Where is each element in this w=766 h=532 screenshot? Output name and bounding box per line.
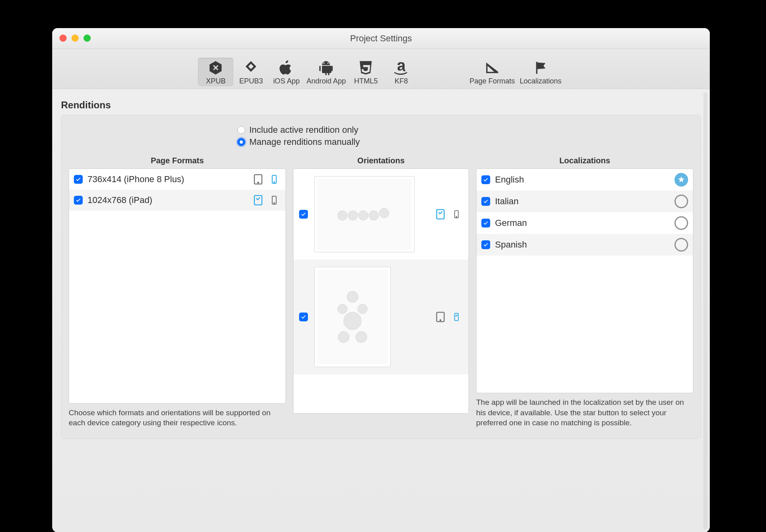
toolbar: ✕ XPUB EPUB3 iOS App Android A	[52, 49, 710, 89]
apple-icon	[278, 59, 295, 76]
landscape-thumb	[314, 176, 415, 252]
close-window-button[interactable]	[59, 35, 67, 42]
flag-icon	[532, 59, 549, 76]
settings-window: Project Settings ✕ XPUB EPUB3 iOS App	[52, 28, 710, 532]
phone-icon[interactable]	[450, 208, 463, 221]
checkbox[interactable]	[299, 313, 308, 321]
page-formats-list: 736x414 (iPhone 8 Plus) 1024x768 (iPad)	[69, 169, 286, 404]
phone-icon[interactable]	[268, 173, 281, 186]
svg-point-9	[274, 203, 275, 203]
toolbar-label: iOS App	[273, 77, 299, 85]
primary-star-button[interactable]	[674, 195, 688, 208]
page-format-label: 736x414 (iPhone 8 Plus)	[88, 174, 184, 185]
localization-label: German	[495, 218, 527, 228]
toolbar-tab-html5[interactable]: HTML5	[348, 58, 383, 86]
svg-point-18	[347, 291, 358, 303]
rendition-mode-radios: Include active rendition only Manage ren…	[237, 125, 693, 147]
svg-point-21	[344, 312, 361, 330]
toolbar-label: Page Formats	[469, 77, 515, 85]
localizations-header: Localizations	[476, 156, 693, 165]
svg-point-22	[338, 331, 349, 343]
toolbar-tab-epub3[interactable]: EPUB3	[233, 58, 269, 86]
orientation-row-landscape[interactable]	[293, 169, 469, 260]
svg-text:✕: ✕	[212, 63, 219, 72]
localizations-help: The app will be launched in the localiza…	[476, 397, 693, 428]
window-controls	[59, 35, 91, 42]
primary-star-button[interactable]	[674, 173, 688, 187]
page-format-label: 1024x768 (iPad)	[88, 195, 152, 205]
android-icon	[318, 59, 334, 76]
svg-rect-7	[255, 195, 262, 205]
svg-point-17	[456, 217, 457, 217]
page-formats-header: Page Formats	[69, 156, 286, 165]
toolbar-label: Android App	[306, 77, 346, 85]
svg-point-4	[258, 182, 259, 183]
phone-icon[interactable]	[268, 194, 281, 207]
toolbar-label: EPUB3	[239, 77, 263, 85]
checkbox[interactable]	[481, 197, 490, 206]
svg-point-1	[324, 63, 325, 64]
toolbar-tab-localizations[interactable]: Localizations	[517, 58, 564, 86]
page-format-row[interactable]: 736x414 (iPhone 8 Plus)	[69, 169, 285, 190]
toolbar-label: HTML5	[354, 77, 378, 85]
toolbar-tab-android[interactable]: Android App	[304, 58, 348, 86]
toolbar-tab-kf8[interactable]: KF8	[383, 58, 419, 86]
radio-label: Manage renditions manually	[249, 137, 360, 147]
toolbar-tab-xpub[interactable]: ✕ XPUB	[198, 58, 233, 86]
toolbar-tab-page-formats[interactable]: Page Formats	[467, 58, 517, 86]
epub-icon	[242, 59, 259, 76]
toolbar-label: XPUB	[206, 77, 226, 85]
checkbox[interactable]	[481, 240, 490, 249]
phone-icon[interactable]	[450, 311, 463, 323]
portrait-thumb	[314, 267, 391, 367]
primary-star-button[interactable]	[674, 216, 688, 230]
localization-label: Spanish	[495, 240, 527, 250]
page-formats-icon	[484, 59, 501, 76]
localization-row[interactable]: English	[477, 169, 693, 191]
html5-icon	[357, 59, 374, 76]
localization-row[interactable]: German	[477, 212, 693, 234]
radio-label: Include active rendition only	[249, 125, 359, 135]
svg-point-25	[440, 320, 441, 321]
localizations-list: English Italian German	[476, 169, 693, 393]
tablet-icon[interactable]	[434, 311, 447, 323]
titlebar: Project Settings	[52, 28, 710, 49]
scrollbar[interactable]	[703, 92, 707, 529]
primary-star-button[interactable]	[674, 238, 688, 252]
orientation-row-portrait[interactable]	[293, 260, 469, 374]
localization-label: Italian	[495, 196, 519, 207]
window-title: Project Settings	[350, 33, 412, 43]
toolbar-main-group: ✕ XPUB EPUB3 iOS App Android A	[198, 58, 419, 86]
toolbar-label: KF8	[395, 77, 408, 85]
page-formats-help: Choose which formats and orientations wi…	[69, 408, 286, 428]
svg-point-19	[338, 304, 347, 314]
tablet-icon[interactable]	[252, 194, 265, 207]
minimize-window-button[interactable]	[71, 35, 79, 42]
toolbar-label: Localizations	[520, 77, 562, 85]
localization-row[interactable]: Spanish	[477, 234, 693, 256]
zoom-window-button[interactable]	[84, 35, 91, 42]
checkbox[interactable]	[299, 210, 308, 219]
toolbar-tab-ios[interactable]: iOS App	[269, 58, 304, 86]
radio-manage-manually[interactable]: Manage renditions manually	[237, 137, 693, 147]
orientations-list	[293, 169, 469, 414]
localization-row[interactable]: Italian	[477, 191, 693, 212]
page-format-row[interactable]: 1024x768 (iPad)	[69, 190, 285, 211]
svg-point-14	[379, 208, 389, 218]
tablet-icon[interactable]	[434, 208, 447, 221]
orientations-help-spacer	[293, 418, 469, 428]
radio-include-active[interactable]: Include active rendition only	[237, 125, 693, 135]
radio-icon	[237, 138, 245, 146]
checkbox[interactable]	[74, 196, 83, 205]
svg-point-23	[356, 331, 367, 343]
svg-rect-15	[437, 209, 444, 219]
section-title: Renditions	[61, 99, 701, 111]
checkbox[interactable]	[481, 219, 490, 227]
checkbox[interactable]	[74, 175, 83, 184]
localization-label: English	[495, 175, 524, 185]
tablet-icon[interactable]	[252, 173, 265, 186]
checkbox[interactable]	[481, 175, 490, 184]
svg-rect-26	[454, 313, 458, 321]
svg-point-11	[348, 211, 358, 220]
radio-icon	[237, 126, 245, 134]
